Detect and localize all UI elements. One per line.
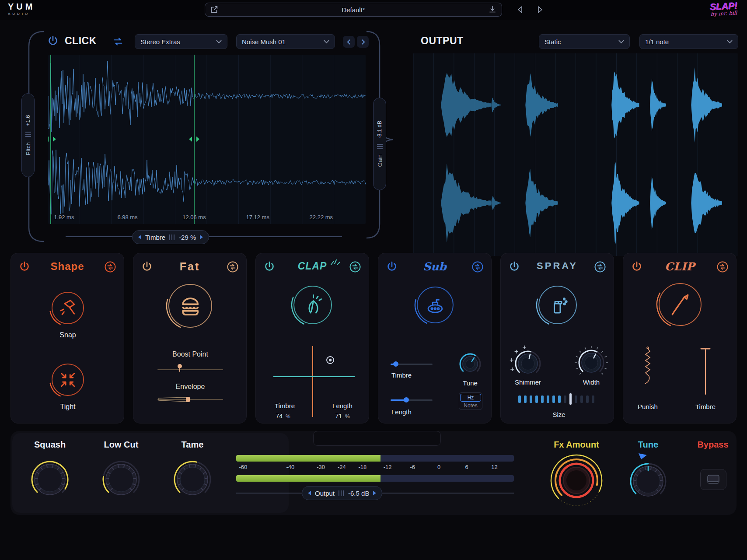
meter-tick-label: -18 xyxy=(359,464,367,470)
sub-knob[interactable] xyxy=(414,284,456,326)
size-bar xyxy=(586,396,589,403)
meter-tick-label: -24 xyxy=(338,464,346,470)
next-sample-button[interactable] xyxy=(357,36,369,48)
time-label: 22.22 ms xyxy=(310,214,333,220)
click-timbre-slider[interactable]: Timbre -29 % xyxy=(132,230,209,244)
punish-slider[interactable] xyxy=(642,346,654,398)
clip-timbre-label: Timbre xyxy=(695,403,716,410)
spray-transfer-button[interactable] xyxy=(593,260,607,273)
next-preset-button[interactable] xyxy=(534,4,545,15)
bypass-button[interactable] xyxy=(700,469,726,490)
lowcut-label: Low Cut xyxy=(104,440,139,450)
shimmer-label: Shimmer xyxy=(515,378,541,386)
shimmer-knob[interactable] xyxy=(510,345,546,382)
previous-preset-button[interactable] xyxy=(515,4,526,15)
submarine-icon xyxy=(424,294,447,316)
size-bar xyxy=(535,396,538,403)
bottom-tab[interactable] xyxy=(313,431,441,446)
output-rate-dropdown[interactable]: 1/1 note xyxy=(639,34,738,49)
preset-bar[interactable]: Default* xyxy=(205,3,502,17)
size-slider[interactable] xyxy=(518,393,594,405)
boost-point-label: Boost Point xyxy=(172,350,208,358)
decrease-arrow-icon[interactable] xyxy=(138,235,141,239)
spark-icon xyxy=(329,258,341,266)
notes-option[interactable]: Notes xyxy=(460,402,481,409)
slider-handle[interactable] xyxy=(393,361,398,367)
clip-transfer-button[interactable] xyxy=(716,260,729,273)
click-power-button[interactable] xyxy=(46,35,59,48)
fat-knob[interactable] xyxy=(166,281,215,330)
shape-transfer-button[interactable] xyxy=(104,260,117,273)
click-waveform-display[interactable]: 1.92 ms 6.98 ms 12.06 ms 17.12 ms 22.22 … xyxy=(48,55,366,224)
sample-value: Noise Mush 01 xyxy=(242,38,286,46)
spray-knob[interactable] xyxy=(536,283,579,327)
timbre-value: -29 % xyxy=(179,234,196,241)
sample-dropdown[interactable]: Noise Mush 01 xyxy=(236,34,335,49)
tame-knob[interactable] xyxy=(174,461,211,498)
lowcut-knob[interactable] xyxy=(102,461,140,498)
pitch-slider[interactable]: +1.6 Pitch xyxy=(21,93,35,177)
sub-length-slider[interactable] xyxy=(391,399,433,401)
pitch-label: Pitch xyxy=(25,142,31,155)
boost-point-slider[interactable] xyxy=(155,363,225,373)
previous-sample-button[interactable] xyxy=(343,36,355,48)
grip-icon xyxy=(25,131,31,137)
meter-tick-label: 12 xyxy=(491,464,497,470)
timbre-label: Timbre xyxy=(145,234,165,241)
size-bar xyxy=(552,396,555,403)
clip-timbre-slider[interactable] xyxy=(700,345,711,398)
mode-value: Static xyxy=(545,38,561,46)
gain-slider[interactable]: -3.1 dB Gain xyxy=(373,98,386,190)
size-bar xyxy=(558,396,561,403)
envelope-label: Envelope xyxy=(176,383,205,391)
tune-knob[interactable] xyxy=(630,463,667,500)
sub-tune-knob[interactable] xyxy=(459,353,481,375)
arrows-inward-icon xyxy=(58,370,78,390)
increase-arrow-icon[interactable] xyxy=(373,491,376,495)
output-value: -6.5 dB xyxy=(348,490,369,497)
preset-name[interactable]: Default* xyxy=(223,6,483,14)
punish-label: Punish xyxy=(638,403,658,410)
meter-fill xyxy=(236,455,380,462)
snap-knob[interactable] xyxy=(49,289,87,327)
top-bar: YUM AUDIO Default* SLAP! by mr. bill xyxy=(0,0,747,20)
clap-transfer-button[interactable] xyxy=(349,260,362,273)
share-icon[interactable] xyxy=(209,5,219,14)
tight-knob[interactable] xyxy=(49,361,87,399)
width-knob[interactable] xyxy=(573,344,610,381)
output-section-title: OUTPUT xyxy=(421,35,464,47)
save-download-icon[interactable] xyxy=(488,5,497,14)
clip-knob[interactable] xyxy=(656,280,704,329)
size-slider-handle[interactable] xyxy=(569,393,572,405)
sub-timbre-slider[interactable] xyxy=(391,364,433,365)
slap-by-mr-bill-logo: SLAP! by mr. bill xyxy=(709,0,738,17)
envelope-slider[interactable] xyxy=(155,394,225,405)
sub-transfer-button[interactable] xyxy=(471,260,484,273)
sample-category-dropdown[interactable]: Stereo Extras xyxy=(135,34,227,49)
sub-module: Sub Timbre Length Tune Hz Notes xyxy=(378,253,492,424)
slider-handle[interactable] xyxy=(404,397,409,402)
squash-knob[interactable] xyxy=(31,461,69,498)
channel-swap-icon[interactable] xyxy=(112,35,124,48)
output-gain-slider[interactable]: Output -6.5 dB xyxy=(302,486,382,500)
gain-value: -3.1 dB xyxy=(377,121,383,138)
hammer-icon xyxy=(58,298,78,318)
decrease-arrow-icon[interactable] xyxy=(308,491,311,495)
output-mode-dropdown[interactable]: Static xyxy=(539,34,630,49)
hz-notes-toggle[interactable]: Hz Notes xyxy=(459,392,482,410)
hz-option[interactable]: Hz xyxy=(460,394,481,402)
fx-amount-knob[interactable] xyxy=(549,453,604,508)
grip-icon xyxy=(377,144,383,149)
clap-length-value: 71% xyxy=(335,413,349,420)
clap-knob[interactable] xyxy=(291,283,335,327)
increase-arrow-icon[interactable] xyxy=(200,235,203,239)
logo-subtext: AUDIO xyxy=(8,12,35,16)
sub-length-label: Length xyxy=(391,408,412,416)
bypass-label: Bypass xyxy=(697,440,728,450)
sample-end-marker[interactable] xyxy=(189,55,199,224)
sub-timbre-label: Timbre xyxy=(391,371,412,379)
size-bar xyxy=(547,396,549,403)
value: 74 xyxy=(276,413,283,420)
sample-start-marker[interactable] xyxy=(48,55,56,224)
fat-transfer-button[interactable] xyxy=(226,260,239,273)
